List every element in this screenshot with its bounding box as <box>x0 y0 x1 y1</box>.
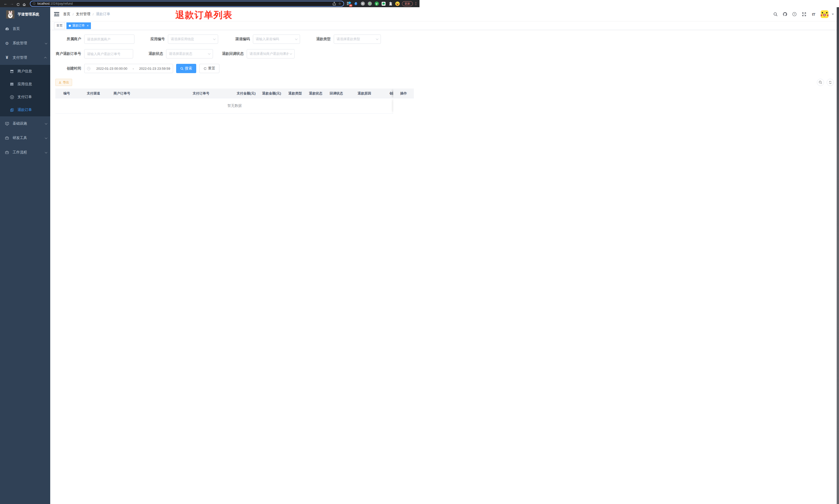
extension-gem-icon[interactable] <box>354 1 358 6</box>
breadcrumb-current: 退款订单 <box>96 12 110 17</box>
channel-select[interactable]: 请输入渠道编码 <box>253 35 300 44</box>
col-id: 编号 <box>64 89 70 98</box>
col-pay-channel: 支付渠道 <box>87 89 100 98</box>
sidebar-item-workflow[interactable]: 工作流程 <box>0 145 50 160</box>
refresh-icon <box>203 67 207 70</box>
filter-refund-status: 退款状态 请选择退款状态 <box>148 49 213 58</box>
clock-icon <box>87 67 90 70</box>
browser-update-button[interactable]: 更新 <box>402 1 413 6</box>
filter-label: 退款状态 <box>148 52 166 56</box>
table-header: 编号 支付渠道 商户订单号 支付订单号 支付金额(元) 退款金额(元) 退款类型… <box>55 89 414 98</box>
merchant-input[interactable] <box>84 35 135 44</box>
date-start-value[interactable]: 2022-01-23 00:00:00 <box>96 67 127 71</box>
table-empty-row: 暂无数据 <box>55 98 414 113</box>
export-button-label: 导出 <box>63 80 69 85</box>
sidebar-item-infrastructure[interactable]: 基础设施 <box>0 116 50 131</box>
extension-command-icon[interactable]: ⌘ <box>360 1 365 6</box>
download-icon <box>58 81 61 84</box>
browser-back-icon[interactable]: ← <box>3 0 9 7</box>
sidebar-item-app-info[interactable]: 应用信息 <box>0 78 50 91</box>
extensions-puzzle-icon[interactable] <box>388 1 393 6</box>
merchant-input-field[interactable] <box>87 37 131 41</box>
briefcase-icon <box>4 136 10 140</box>
yen-icon: ¥ <box>4 55 10 60</box>
date-end-value[interactable]: 2022-01-23 23:59:59 <box>139 67 170 71</box>
chevron-down-icon <box>295 38 298 40</box>
extensions-row: 10 ⌘ y <box>346 1 400 6</box>
sidebar-toggle-icon[interactable] <box>54 12 59 16</box>
col-refund-reason: 退款原因 <box>358 89 371 98</box>
site-info-icon[interactable]: ⓘ <box>33 2 36 6</box>
sidebar-item-payment[interactable]: ¥ 支付管理 <box>0 51 50 65</box>
filter-label: 创建时间 <box>55 66 84 71</box>
sidebar-item-label: 基础设施 <box>13 121 27 126</box>
tab-refund-order[interactable]: 退款订单 × <box>67 22 91 29</box>
tab-close-icon[interactable]: × <box>87 24 89 27</box>
browser-home-icon[interactable] <box>21 1 27 6</box>
search-actions: 搜索 重置 <box>176 64 219 73</box>
sidebar-item-label: 系统管理 <box>13 41 27 46</box>
refund-type-select[interactable]: 请选择退款类型 <box>334 35 381 44</box>
callback-status-select[interactable]: 请选择通知商户退款结果的 <box>247 49 294 58</box>
browser-chrome: ← → ⓘ localhost:1024/pay/refund ☆ 10 ⌘ y… <box>0 0 420 7</box>
breadcrumb-payment[interactable]: 支付管理 <box>76 12 90 17</box>
filter-callback-status: 退款回调状态 请选择通知商户退款结果的 <box>222 49 294 58</box>
chevron-down-icon <box>213 38 216 40</box>
date-separator: - <box>131 67 135 71</box>
sidebar-item-refund-order[interactable]: 退款订单 <box>0 104 50 116</box>
browser-menu-icon[interactable] <box>415 2 417 5</box>
filter-label: 退款类型 <box>316 37 334 41</box>
reset-button-label: 重置 <box>208 66 215 71</box>
col-refund-status: 退款状态 <box>309 89 322 98</box>
merchant-refund-no-field[interactable] <box>87 52 130 56</box>
address-bar[interactable]: ⓘ localhost:1024/pay/refund ☆ <box>30 1 344 7</box>
select-placeholder: 请选择应用信息 <box>171 37 212 41</box>
monitor-icon <box>4 122 10 126</box>
sidebar-item-pay-order[interactable]: 支付订单 <box>0 91 50 104</box>
app-select[interactable]: 请选择应用信息 <box>168 35 218 44</box>
search-button[interactable]: 搜索 <box>176 64 196 73</box>
reset-button[interactable]: 重置 <box>199 64 219 73</box>
gear-icon: ⚙ <box>4 41 10 46</box>
tab-home[interactable]: 首页 <box>54 22 65 29</box>
filter-row-1: 所属商户 应用编号 请选择应用信息 渠道编码 请输入渠道编码 <box>55 35 420 44</box>
create-time-range-picker[interactable]: 2022-01-23 00:00:00 - 2022-01-23 23:59:5… <box>84 64 173 73</box>
app-logo <box>6 10 14 19</box>
extension-y-icon[interactable]: y <box>374 1 379 6</box>
dashboard-icon <box>4 27 10 31</box>
sidebar-item-merchant-info[interactable]: 商户信息 <box>0 65 50 78</box>
chevron-down-icon <box>45 122 47 125</box>
sidebar-item-dev-tools[interactable]: 研发工具 <box>0 131 50 145</box>
export-button[interactable]: 导出 <box>55 79 72 86</box>
page-title-annotation: 退款订单列表 <box>175 9 233 21</box>
share-icon[interactable] <box>333 2 336 5</box>
sidebar-item-system[interactable]: ⚙ 系统管理 <box>0 36 50 51</box>
col-pay-order-no: 支付订单号 <box>193 89 209 98</box>
filter-label: 所属商户 <box>55 37 84 41</box>
browser-profile-avatar[interactable] <box>395 1 400 6</box>
merchant-refund-no-input[interactable] <box>84 49 133 58</box>
browser-forward-icon[interactable]: → <box>9 0 15 7</box>
extension-tampermonkey-icon[interactable]: 10 <box>346 1 351 6</box>
extension-chat-icon[interactable] <box>381 1 386 6</box>
sidebar-item-home[interactable]: 首页 <box>0 22 50 36</box>
col-actions-label: 操作 <box>400 91 407 96</box>
bookmark-star-icon[interactable]: ☆ <box>338 2 341 5</box>
refund-doc-icon <box>9 108 15 112</box>
chevron-down-icon <box>45 137 47 139</box>
filter-label: 退款回调状态 <box>222 52 247 56</box>
chevron-down-icon <box>208 52 211 55</box>
url-text: localhost:1024/pay/refund <box>37 2 73 5</box>
extension-badge: 10 <box>349 4 352 7</box>
breadcrumb-separator: / <box>93 12 94 16</box>
browser-reload-icon[interactable] <box>15 1 21 6</box>
refund-status-select[interactable]: 请选择退款状态 <box>166 49 213 58</box>
filter-refund-type: 退款类型 请选择退款类型 <box>316 35 381 44</box>
app-logo-row[interactable]: 芋道管理系统 <box>0 7 50 22</box>
extension-dot-icon[interactable] <box>368 1 372 6</box>
chevron-down-icon <box>45 42 47 44</box>
breadcrumb-home[interactable]: 首页 <box>63 12 70 17</box>
col-callback-status: 回调状态 <box>329 89 343 98</box>
grid-icon <box>9 82 15 86</box>
tags-view-bar: 首页 退款订单 × <box>50 21 420 30</box>
